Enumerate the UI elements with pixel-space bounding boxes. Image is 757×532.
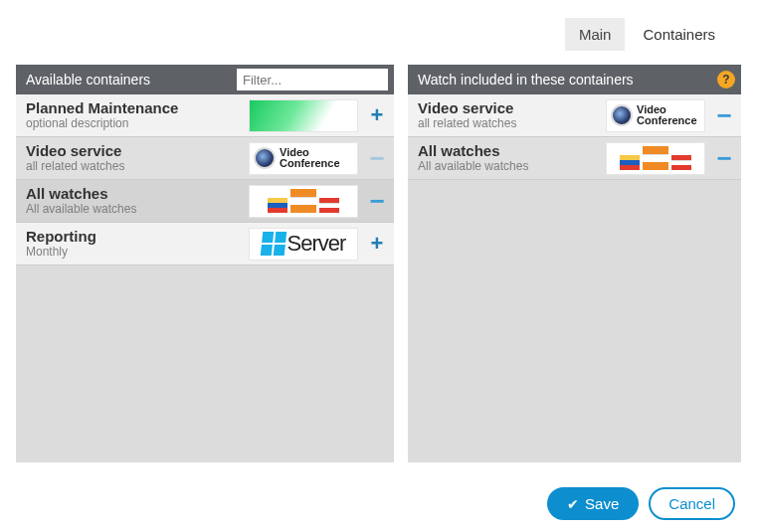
row-title: Video service (418, 100, 600, 117)
included-containers-panel: Watch included in these containers ? Vid… (408, 65, 741, 462)
available-title: Available containers (26, 72, 229, 88)
row-subtitle: all related watches (26, 160, 243, 173)
remove-button[interactable]: − (711, 142, 737, 175)
included-title: Watch included in these containers (418, 72, 709, 88)
row-text: Reporting Monthly (26, 229, 243, 259)
windows-icon (260, 232, 286, 256)
available-row-all-watches: All watches All available watches − (16, 180, 394, 223)
row-text: Planned Maintenance optional description (26, 100, 243, 130)
remove-button[interactable]: − (364, 142, 390, 175)
available-header: Available containers (16, 65, 394, 94)
add-button[interactable]: + (364, 228, 390, 261)
available-row-reporting: Reporting Monthly Server + (16, 223, 394, 266)
webcam-icon (611, 104, 633, 126)
remove-button[interactable]: − (364, 185, 390, 218)
check-icon: ✔ (567, 496, 579, 512)
available-containers-panel: Available containers Planned Maintenance… (16, 65, 394, 462)
row-text: Video service all related watches (418, 100, 600, 130)
panels: Available containers Planned Maintenance… (0, 51, 757, 462)
tab-bar: Main Containers (0, 0, 757, 51)
row-title: Video service (26, 143, 243, 160)
included-list: Video service all related watches VideoC… (408, 94, 741, 462)
row-subtitle: Monthly (26, 246, 243, 259)
thumb-text: Server (287, 231, 346, 257)
included-row-all-watches: All watches All available watches − (408, 137, 741, 180)
cancel-button[interactable]: Cancel (649, 487, 735, 520)
row-text: All watches All available watches (26, 186, 243, 216)
help-icon[interactable]: ? (717, 71, 735, 89)
thumbnail-server: Server (249, 228, 358, 261)
thumbnail-flags (606, 142, 705, 175)
row-subtitle: All available watches (26, 203, 243, 216)
filter-input[interactable] (237, 69, 388, 90)
row-title: All watches (418, 143, 600, 160)
tab-containers[interactable]: Containers (629, 18, 729, 51)
cancel-label: Cancel (668, 495, 715, 512)
remove-button[interactable]: − (711, 99, 737, 132)
available-row-planned-maintenance: Planned Maintenance optional description… (16, 94, 394, 137)
webcam-icon (254, 147, 276, 169)
footer: ✔ Save Cancel (547, 487, 735, 520)
thumbnail-flags (249, 185, 358, 218)
thumb-text: VideoConference (280, 147, 340, 169)
row-title: Reporting (26, 229, 243, 246)
thumb-text: VideoConference (637, 104, 697, 126)
included-header: Watch included in these containers ? (408, 65, 741, 94)
row-text: Video service all related watches (26, 143, 243, 173)
save-label: Save (585, 495, 619, 512)
row-subtitle: optional description (26, 117, 243, 130)
row-text: All watches All available watches (418, 143, 600, 173)
save-button[interactable]: ✔ Save (547, 487, 639, 520)
add-button[interactable]: + (364, 99, 390, 132)
row-subtitle: all related watches (418, 117, 600, 130)
available-list: Planned Maintenance optional description… (16, 94, 394, 462)
tab-main[interactable]: Main (565, 18, 626, 51)
thumbnail-green (249, 99, 358, 132)
available-row-video-service: Video service all related watches VideoC… (16, 137, 394, 180)
thumbnail-video-conference: VideoConference (249, 142, 358, 175)
row-title: Planned Maintenance (26, 100, 243, 117)
row-subtitle: All available watches (418, 160, 600, 173)
thumbnail-video-conference: VideoConference (606, 99, 705, 132)
row-title: All watches (26, 186, 243, 203)
included-row-video-service: Video service all related watches VideoC… (408, 94, 741, 137)
